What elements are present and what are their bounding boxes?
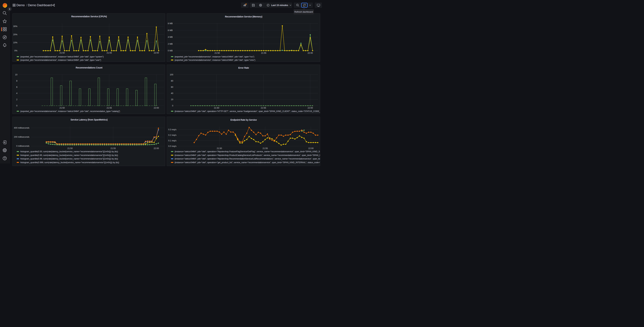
svg-text:Recommendation Service (Memory: Recommendation Service (Memory) xyxy=(225,15,262,18)
svg-text:20: 20 xyxy=(171,98,173,100)
svg-text:histogram_quantile(0.95, sum(r: histogram_quantile(0.95, sum(rate(latenc… xyxy=(20,154,118,156)
svg-text:4 MB: 4 MB xyxy=(168,36,172,38)
svg-text:21:50: 21:50 xyxy=(217,147,222,150)
svg-text:21:55: 21:55 xyxy=(262,147,268,150)
svg-text:21:55: 21:55 xyxy=(261,107,266,109)
svg-text:10: 10 xyxy=(15,73,18,76)
svg-text:Service Latency (from SpanMetr: Service Latency (from SpanMetrics) xyxy=(70,118,108,121)
svg-text:{exported_job="recommendations: {exported_job="recommendationservice", i… xyxy=(20,59,101,61)
svg-text:{instance="otelcol:9464", job=: {instance="otelcol:9464", job="otel", op… xyxy=(174,150,320,153)
svg-text:{exported_job="recommendations: {exported_job="recommendationservice", i… xyxy=(174,59,255,61)
svg-text:21:50: 21:50 xyxy=(60,52,65,54)
svg-text:22:00: 22:00 xyxy=(154,107,159,109)
svg-text:21:55: 21:55 xyxy=(261,52,266,54)
svg-text:0: 0 xyxy=(16,104,18,107)
svg-text:8 MB: 8 MB xyxy=(168,22,172,25)
svg-text:22:00: 22:00 xyxy=(154,52,159,54)
svg-text:2: 2 xyxy=(16,98,18,100)
svg-text:4: 4 xyxy=(16,92,18,94)
svg-text:0: 0 xyxy=(172,104,173,107)
svg-text:21:55: 21:55 xyxy=(106,52,112,54)
svg-text:20%: 20% xyxy=(13,34,17,36)
svg-text:30%: 30% xyxy=(13,25,17,28)
svg-text:0.1 req/s: 0.1 req/s xyxy=(168,140,176,142)
svg-text:100: 100 xyxy=(170,73,173,76)
svg-text:6 MB: 6 MB xyxy=(168,29,172,32)
svg-text:{instance="otelcol:9464", job=: {instance="otelcol:9464", job="otel", op… xyxy=(174,110,320,112)
svg-text:0.3 req/s: 0.3 req/s xyxy=(168,128,176,131)
svg-text:21:50: 21:50 xyxy=(214,52,220,54)
svg-text:{instance="otelcol:9464", job=: {instance="otelcol:9464", job="otel", op… xyxy=(174,158,320,160)
svg-text:Recommendations Count: Recommendations Count xyxy=(76,66,102,69)
svg-text:Recommendation Service (CPU%): Recommendation Service (CPU%) xyxy=(71,15,107,18)
svg-text:40: 40 xyxy=(171,92,173,94)
svg-text:21:50: 21:50 xyxy=(60,107,65,109)
svg-text:21:55: 21:55 xyxy=(110,147,116,150)
svg-text:{exported_job="recommendations: {exported_job="recommendationservice", i… xyxy=(20,56,104,58)
svg-text:histogram_quantile(0.50, sum(r: histogram_quantile(0.50, sum(rate(latenc… xyxy=(20,150,118,153)
svg-text:histogram_quantile(0.99, sum(r: histogram_quantile(0.99, sum(rate(latenc… xyxy=(20,158,118,160)
svg-text:histogram_quantile(0.999, sum(: histogram_quantile(0.999, sum(rate(laten… xyxy=(20,161,119,164)
svg-text:22:00: 22:00 xyxy=(308,107,313,109)
svg-text:21:55: 21:55 xyxy=(106,107,112,109)
svg-text:Error Rate: Error Rate xyxy=(238,66,249,69)
svg-text:22:00: 22:00 xyxy=(154,147,159,150)
svg-text:0%: 0% xyxy=(14,50,17,52)
svg-text:21:50: 21:50 xyxy=(214,107,219,109)
svg-text:80: 80 xyxy=(171,80,173,82)
svg-text:{exported_job="recommendations: {exported_job="recommendationservice", i… xyxy=(20,110,120,112)
svg-text:{exported_job="recommendations: {exported_job="recommendationservice", i… xyxy=(174,56,254,58)
svg-text:{instance="otelcol:9464", job=: {instance="otelcol:9464", job="otel", op… xyxy=(174,154,320,156)
svg-text:22:00: 22:00 xyxy=(308,52,313,54)
svg-text:60: 60 xyxy=(171,86,173,88)
svg-text:0 milliseconds: 0 milliseconds xyxy=(16,145,30,147)
svg-text:{instance="otelcol:9464", job=: {instance="otelcol:9464", job="otel", op… xyxy=(174,161,320,164)
svg-text:0.0 req/s: 0.0 req/s xyxy=(168,145,176,148)
svg-text:21:50: 21:50 xyxy=(67,147,72,150)
svg-text:6: 6 xyxy=(16,86,18,88)
svg-text:0 MB: 0 MB xyxy=(168,50,172,52)
svg-text:10%: 10% xyxy=(13,42,17,44)
svg-text:0.2 req/s: 0.2 req/s xyxy=(168,134,176,136)
svg-text:400 milliseconds: 400 milliseconds xyxy=(14,127,30,129)
svg-text:8: 8 xyxy=(16,80,18,82)
svg-text:2 MB: 2 MB xyxy=(168,43,172,45)
svg-text:Endpoint Rate by Service: Endpoint Rate by Service xyxy=(230,118,257,121)
svg-text:22:00: 22:00 xyxy=(308,147,314,150)
svg-text:200 milliseconds: 200 milliseconds xyxy=(14,136,30,138)
